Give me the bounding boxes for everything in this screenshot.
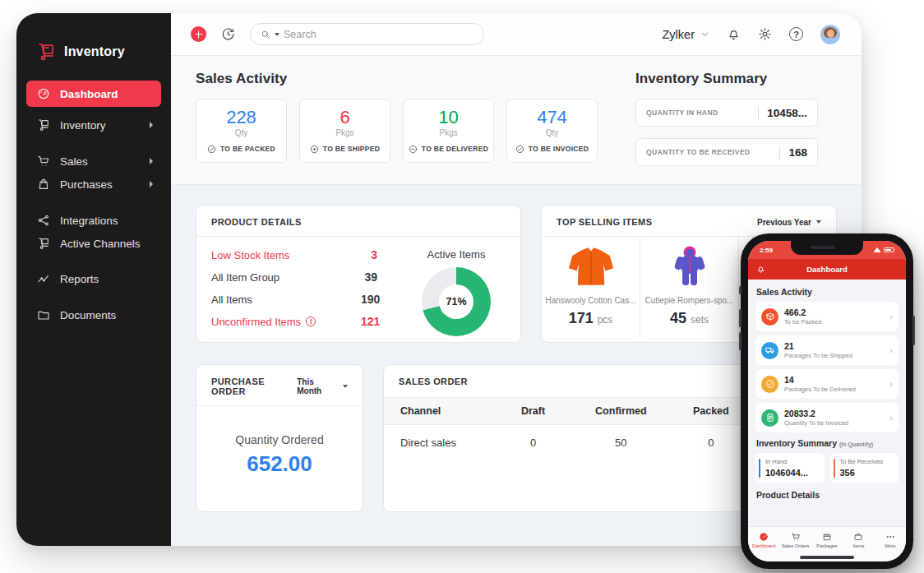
- quantity-to-be-received-row[interactable]: QUANTITY TO BE RECEIVED 168: [635, 138, 818, 166]
- top-selling-title: TOP SELLING ITEMS: [557, 217, 652, 227]
- package-icon: [822, 532, 832, 542]
- range-dropdown[interactable]: This Month: [297, 377, 348, 395]
- range-label: This Month: [297, 377, 338, 395]
- row-label: Low Stock Items: [211, 249, 289, 261]
- range-dropdown[interactable]: Previous Year: [757, 218, 821, 227]
- top-selling-item[interactable]: Hanswooly Cotton Cas... 171 pcs: [542, 237, 640, 338]
- card-unit: Qty: [235, 128, 248, 137]
- nav-label: Packages: [816, 543, 837, 548]
- recent-history-icon[interactable]: [221, 27, 235, 41]
- bag-icon: [37, 178, 50, 191]
- cell-channel: Direct sales: [384, 425, 493, 450]
- phone-row-to-be-invoiced[interactable]: 20833.2 Quantity To be Invoiced ›: [755, 403, 899, 432]
- to-be-delivered-card[interactable]: 10 Pkgs TO BE DELIVERED: [403, 99, 494, 163]
- col-confirmed[interactable]: Confirmed: [573, 398, 669, 425]
- topbar-right: Zylker ?: [663, 25, 840, 44]
- active-items-donut-chart[interactable]: 71%: [422, 267, 491, 336]
- phone-row-to-be-shipped[interactable]: 21 Packages To be Shipped ›: [755, 335, 899, 365]
- nav-label: More: [885, 543, 895, 548]
- col-draft[interactable]: Draft: [493, 398, 572, 425]
- sidebar-item-label: Inventory: [60, 119, 140, 132]
- card-label: TO BE DELIVERED: [422, 145, 488, 153]
- org-switcher[interactable]: Zylker: [663, 28, 709, 41]
- info-alert-icon[interactable]: [306, 317, 316, 326]
- sidebar-item-active-channels[interactable]: Active Channels: [26, 232, 161, 255]
- all-items-row[interactable]: All Items 190: [211, 293, 399, 306]
- chevron-down-icon: [700, 30, 709, 39]
- wifi-icon: [873, 247, 881, 252]
- phone-nav-dashboard[interactable]: Dashboard: [748, 527, 779, 553]
- phone-to-be-received-card[interactable]: To Be Received 356: [830, 453, 899, 483]
- product-details-card: PRODUCT DETAILS Low Stock Items 3 All It…: [196, 205, 521, 343]
- product-qty: 45: [670, 310, 686, 326]
- sidebar-item-documents[interactable]: Documents: [26, 303, 161, 326]
- sidebar-item-inventory[interactable]: Inventory: [26, 113, 161, 136]
- phone-row-to-be-delivered[interactable]: 14 Packages To be Delivered ›: [755, 369, 899, 399]
- submenu-arrow-icon: [150, 158, 153, 164]
- briefcase-icon: [853, 532, 863, 542]
- card-label: To Be Received: [840, 458, 894, 465]
- to-be-packed-card[interactable]: 228 Qty TO BE PACKED: [196, 99, 287, 163]
- help-icon[interactable]: ?: [789, 27, 803, 41]
- search-bar[interactable]: [250, 23, 484, 45]
- sidebar-item-integrations[interactable]: Integrations: [26, 209, 161, 232]
- to-be-invoiced-card[interactable]: 474 Qty TO BE INVOICED: [506, 99, 598, 163]
- card-unit: Qty: [546, 128, 559, 137]
- active-items-widget: Active Items 71%: [407, 248, 506, 336]
- card-value: 356: [840, 468, 894, 478]
- low-stock-items-row[interactable]: Low Stock Items 3: [211, 248, 399, 261]
- phone-in-hand-card[interactable]: In Hand 1046044...: [755, 453, 825, 483]
- dashboard-icon: [759, 532, 769, 542]
- col-channel[interactable]: Channel: [384, 398, 493, 425]
- phone-notch: [791, 241, 863, 255]
- sidebar-item-sales[interactable]: Sales: [26, 150, 161, 173]
- card-label: TO BE SHIPPED: [323, 145, 380, 153]
- search-icon: [261, 30, 270, 39]
- integrations-icon: [37, 214, 50, 227]
- product-name: Cutiepie Rompers-spo...: [645, 296, 734, 305]
- phone-nav-items[interactable]: Items: [843, 527, 874, 553]
- caret-down-icon: [816, 220, 821, 224]
- to-be-shipped-card[interactable]: 6 Pkgs TO BE SHIPPED: [299, 99, 390, 163]
- phone-row-to-be-packed[interactable]: 466.2 To be Packed ›: [755, 302, 899, 331]
- row-label: Packages To be Delivered: [784, 386, 884, 393]
- battery-icon: [884, 247, 894, 252]
- product-qty: 171: [569, 310, 594, 326]
- phone-nav-packages[interactable]: Packages: [811, 527, 843, 553]
- quick-create-button[interactable]: [191, 26, 206, 42]
- sidebar-item-reports[interactable]: Reports: [26, 267, 161, 290]
- chevron-right-icon: ›: [889, 346, 893, 355]
- phone-nav-more[interactable]: More: [875, 527, 906, 553]
- quantity-in-hand-row[interactable]: QUANTITY IN HAND 10458...: [635, 99, 818, 127]
- search-input[interactable]: [284, 29, 474, 40]
- purchase-order-title: PURCHASE ORDER: [211, 377, 297, 396]
- notifications-bell-icon[interactable]: [727, 27, 741, 41]
- sidebar: Inventory Dashboard Inventory Sales Purc…: [16, 13, 171, 546]
- sales-activity-section: Sales Activity 228 Qty TO BE PACKED 6: [196, 71, 598, 166]
- inventory-summary-title: Inventory Summary: [635, 71, 818, 87]
- card-value: 10: [438, 109, 458, 127]
- settings-gear-icon[interactable]: [758, 27, 772, 41]
- nav-label: Sales Orders: [782, 543, 810, 548]
- phone-bottom-nav: Dashboard Sales Orders Packages Items Mo…: [748, 526, 906, 553]
- row-label: Unconfirmed Items: [211, 316, 301, 328]
- bell-icon[interactable]: [756, 265, 765, 274]
- sidebar-menu: Dashboard Inventory Sales Purchases Inte…: [16, 81, 171, 326]
- top-selling-item[interactable]: Cutiepie Rompers-spo... 45 sets: [640, 237, 739, 338]
- sidebar-item-purchases[interactable]: Purchases: [26, 173, 161, 196]
- phone-power-button: [912, 316, 915, 345]
- phone-nav-sales-orders[interactable]: Sales Orders: [779, 527, 811, 553]
- sidebar-item-dashboard[interactable]: Dashboard: [26, 81, 161, 107]
- phone-sales-activity-title: Sales Activity: [756, 287, 899, 297]
- row-label: All Items: [211, 293, 252, 306]
- check-circle-icon: [207, 145, 216, 154]
- unconfirmed-items-row[interactable]: Unconfirmed Items 121: [211, 315, 399, 328]
- app-logo: Inventory: [16, 38, 171, 66]
- all-item-group-row[interactable]: All Item Group 39: [211, 270, 399, 284]
- row-value: 20833.2: [784, 409, 884, 418]
- phone-volume-up-button: [739, 309, 742, 327]
- user-avatar[interactable]: [820, 25, 840, 44]
- product-image-romper: [667, 243, 713, 289]
- row-label: All Item Group: [211, 271, 280, 284]
- search-scope-caret-icon[interactable]: [275, 33, 280, 36]
